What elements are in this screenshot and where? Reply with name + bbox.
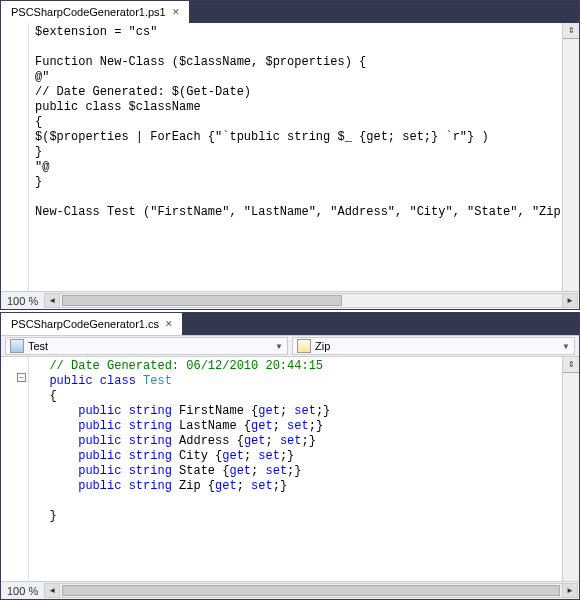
vertical-scroll[interactable]: ⇕: [562, 357, 579, 581]
member-dropdown[interactable]: Zip ▼: [292, 337, 575, 355]
file-tab[interactable]: PSCSharpCodeGenerator1.ps1 ✕: [1, 1, 189, 23]
tab-bar: PSCSharpCodeGenerator1.cs ✕: [1, 313, 579, 335]
scroll-right-icon[interactable]: ►: [562, 294, 577, 307]
horizontal-scroll[interactable]: ◄ ►: [44, 293, 578, 308]
scroll-left-icon[interactable]: ◄: [45, 294, 60, 307]
type-dropdown[interactable]: Test ▼: [5, 337, 288, 355]
type-dropdown-value: Test: [28, 340, 48, 352]
nav-toolbar: Test ▼ Zip ▼: [1, 335, 579, 357]
scroll-right-icon[interactable]: ►: [562, 584, 577, 597]
tab-bar: PSCSharpCodeGenerator1.ps1 ✕: [1, 1, 579, 23]
gutter: [1, 23, 29, 291]
scroll-thumb[interactable]: [62, 295, 342, 306]
scroll-thumb[interactable]: [62, 585, 560, 596]
tab-title: PSCSharpCodeGenerator1.cs: [11, 318, 159, 330]
status-bar: 100 % ◄ ►: [1, 291, 579, 309]
code-content[interactable]: $extension = "cs" Function New-Class ($c…: [29, 23, 562, 291]
property-icon: [297, 339, 311, 353]
close-icon[interactable]: ✕: [165, 320, 174, 329]
split-icon[interactable]: ⇕: [563, 23, 579, 39]
editor-pane-bottom: PSCSharpCodeGenerator1.cs ✕ Test ▼ Zip ▼…: [0, 312, 580, 600]
vertical-scroll[interactable]: ⇕: [562, 23, 579, 291]
fold-icon[interactable]: −: [17, 373, 26, 382]
split-icon[interactable]: ⇕: [563, 357, 579, 373]
editor-area[interactable]: $extension = "cs" Function New-Class ($c…: [1, 23, 579, 291]
chevron-down-icon: ▼: [562, 342, 570, 351]
zoom-level[interactable]: 100 %: [1, 295, 44, 307]
editor-pane-top: PSCSharpCodeGenerator1.ps1 ✕ $extension …: [0, 0, 580, 310]
gutter: −: [1, 357, 29, 581]
code-content[interactable]: // Date Generated: 06/12/2010 20:44:15 p…: [29, 357, 562, 581]
file-tab[interactable]: PSCSharpCodeGenerator1.cs ✕: [1, 313, 182, 335]
class-icon: [10, 339, 24, 353]
horizontal-scroll[interactable]: ◄ ►: [44, 583, 578, 598]
editor-area[interactable]: − // Date Generated: 06/12/2010 20:44:15…: [1, 357, 579, 581]
tab-title: PSCSharpCodeGenerator1.ps1: [11, 6, 166, 18]
zoom-level[interactable]: 100 %: [1, 585, 44, 597]
chevron-down-icon: ▼: [275, 342, 283, 351]
status-bar: 100 % ◄ ►: [1, 581, 579, 599]
member-dropdown-value: Zip: [315, 340, 330, 352]
close-icon[interactable]: ✕: [172, 8, 181, 17]
scroll-left-icon[interactable]: ◄: [45, 584, 60, 597]
